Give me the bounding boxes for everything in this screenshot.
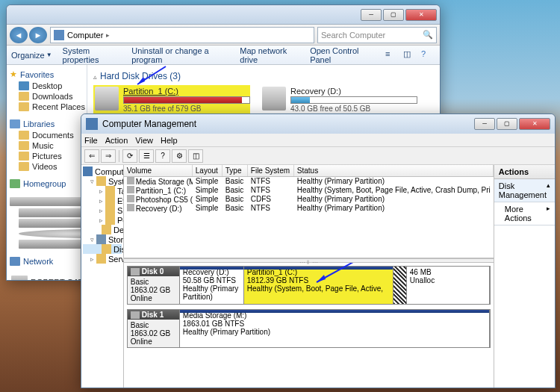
tree-root[interactable]: Computer Management (Local xyxy=(83,167,122,176)
uninstall-button[interactable]: Uninstall or change a program xyxy=(131,46,229,64)
partition-m[interactable]: Media Storage (M:)1863.01 GB NTFSHealthy… xyxy=(180,310,490,347)
nav-documents[interactable]: Documents xyxy=(8,130,85,140)
close-button[interactable]: ✕ xyxy=(405,9,437,21)
partition-hatch[interactable] xyxy=(393,267,407,304)
action-more[interactable]: More Actions▸ xyxy=(494,202,555,225)
disk-info[interactable]: Disk 1 Basic1863.02 GBOnline xyxy=(128,310,180,347)
menu-action[interactable]: Action xyxy=(105,136,128,145)
help-icon[interactable]: ? xyxy=(155,149,170,163)
window-title: Computer Management xyxy=(102,119,473,129)
tree-event-viewer[interactable]: ▹Event Viewer xyxy=(83,196,122,205)
tree-disk-management[interactable]: Disk Management xyxy=(83,244,122,254)
col-status[interactable]: Status xyxy=(294,165,494,176)
maximize-button[interactable]: ▢ xyxy=(383,9,404,21)
network-header[interactable]: Network xyxy=(8,255,85,267)
actions-pane: Actions Disk Management▴ More Actions▸ xyxy=(494,165,555,388)
computer-header[interactable]: Computer xyxy=(8,196,85,208)
extra-icon[interactable]: ◫ xyxy=(188,149,203,163)
volume-row[interactable]: Recovery (D:)SimpleBasicNTFSHealthy (Pri… xyxy=(124,204,494,213)
menu-view[interactable]: View xyxy=(135,136,153,145)
properties-icon[interactable]: ☰ xyxy=(139,149,154,163)
partition-unallocated[interactable]: 46 MBUnalloc xyxy=(407,267,490,304)
minimize-button[interactable]: ─ xyxy=(474,118,495,130)
disk-icon xyxy=(102,244,111,254)
nav-videos[interactable]: Videos xyxy=(8,161,85,172)
tree-task-scheduler[interactable]: ▹Task Scheduler xyxy=(83,186,122,196)
volume-row[interactable]: Media Storage (M:)SimpleBasicNTFSHealthy… xyxy=(124,177,494,186)
disk-icon xyxy=(131,268,140,276)
close-button[interactable]: ✕ xyxy=(519,118,550,130)
tree-shared-folders[interactable]: ▹Shared Folders xyxy=(83,205,122,215)
services-icon xyxy=(96,254,106,264)
drive-freespace: 35.1 GB free of 579 GB xyxy=(123,105,250,113)
tree-storage[interactable]: ▿Storage xyxy=(83,234,122,244)
menu-file[interactable]: File xyxy=(84,136,98,145)
search-input[interactable]: Search Computer 🔍 xyxy=(317,27,437,43)
nav-drive-d[interactable]: Recovery (D:) xyxy=(8,218,85,228)
menu-help[interactable]: Help xyxy=(161,136,178,145)
homegroup-header[interactable]: Homegroup xyxy=(8,178,85,190)
back-button[interactable]: ◄ xyxy=(10,27,28,43)
back-icon[interactable]: ⇐ xyxy=(84,149,99,163)
help-icon[interactable]: ? xyxy=(420,49,435,62)
nav-recent[interactable]: Recent Places xyxy=(8,102,85,112)
map-drive-button[interactable]: Map network drive xyxy=(240,46,299,64)
navigation-pane: ★Favorites Desktop Downloads Recent Plac… xyxy=(7,65,87,280)
col-layout[interactable]: Layout xyxy=(193,165,223,176)
maximize-button[interactable]: ▢ xyxy=(497,118,517,130)
folder-icon xyxy=(105,205,115,215)
volume-row[interactable]: Photoshop CS5 (E:)SimpleBasicCDFSHealthy… xyxy=(124,195,494,204)
col-filesystem[interactable]: File System xyxy=(248,165,294,176)
refresh-icon[interactable]: ⟳ xyxy=(122,149,137,163)
computer-icon xyxy=(10,197,87,206)
drive-icon xyxy=(19,219,87,228)
nav-drive-e[interactable]: DVD RW Drive (E:) Pl xyxy=(8,228,85,239)
col-volume[interactable]: Volume xyxy=(124,165,193,176)
explorer-toolbar: Organize▼ System properties Uninstall or… xyxy=(7,46,440,65)
mgmt-icon xyxy=(83,167,93,176)
nav-desktop[interactable]: Desktop xyxy=(8,81,85,91)
forward-icon[interactable]: ⇒ xyxy=(101,149,116,163)
partition-c[interactable]: Partition_1 (C:)1812.39 GB NTFSHealthy (… xyxy=(244,267,393,304)
address-input[interactable]: Computer ▸ xyxy=(50,27,314,43)
tree-device-manager[interactable]: Device Manager xyxy=(83,225,122,234)
nav-drive-c[interactable]: Partition_1 (C:) xyxy=(8,208,85,218)
mmc-toolbar: ⇐ ⇒ ⟳ ☰ ? ⚙ ◫ xyxy=(81,147,555,165)
clock-icon xyxy=(105,186,115,196)
organize-menu[interactable]: Organize▼ xyxy=(11,51,52,60)
control-panel-button[interactable]: Open Control Panel xyxy=(310,46,374,64)
forward-button[interactable]: ► xyxy=(29,27,47,43)
favorites-header[interactable]: ★Favorites xyxy=(8,68,85,81)
libraries-icon xyxy=(10,119,20,128)
system-properties-button[interactable]: System properties xyxy=(63,46,122,64)
disk-info[interactable]: Disk 0 Basic1863.02 GBOnline xyxy=(128,267,180,304)
tree-systools[interactable]: ▿System Tools xyxy=(83,176,122,186)
partition-recovery[interactable]: Recovery (D:)50.58 GB NTFSHealthy (Prima… xyxy=(180,267,244,304)
nav-downloads[interactable]: Downloads xyxy=(8,91,85,102)
tree-performance[interactable]: ▹Performance xyxy=(83,215,122,225)
nav-pictures[interactable]: Pictures xyxy=(8,151,85,161)
nav-drive-m[interactable]: Media Storage (M:) xyxy=(8,239,85,249)
section-header[interactable]: Hard Disk Drives (3) xyxy=(100,68,181,85)
tree-services[interactable]: ▹Services and Applications xyxy=(83,254,122,264)
minimize-button[interactable]: ─ xyxy=(361,9,382,21)
drive-usage-bar xyxy=(123,96,250,104)
action-disk-management[interactable]: Disk Management▴ xyxy=(494,179,555,202)
preview-pane-icon[interactable]: ◫ xyxy=(402,49,417,62)
settings-icon[interactable]: ⚙ xyxy=(172,149,187,163)
nav-music[interactable]: Music xyxy=(8,140,85,151)
volume-row[interactable]: Partition_1 (C:)SimpleBasicNTFSHealthy (… xyxy=(124,186,494,195)
folder-icon xyxy=(19,162,29,171)
network-icon xyxy=(10,257,20,266)
col-type[interactable]: Type xyxy=(223,165,248,176)
view-options-icon[interactable]: ≡ xyxy=(385,49,399,62)
explorer-titlebar[interactable]: ─ ▢ ✕ xyxy=(7,5,440,25)
libraries-header[interactable]: Libraries xyxy=(8,118,85,130)
drive-item-d[interactable]: Recovery (D:) 43.0 GB free of 50.5 GB xyxy=(261,85,417,114)
drive-item-c[interactable]: Partition_1 (C:) 35.1 GB free of 579 GB xyxy=(93,85,250,114)
mgmt-titlebar[interactable]: Computer Management ─ ▢ ✕ xyxy=(81,114,555,134)
disk-icon xyxy=(131,311,140,319)
disk-row: Disk 1 Basic1863.02 GBOnline Media Stora… xyxy=(127,309,491,348)
nav-network-pc[interactable]: ROBERT-GATEW xyxy=(8,275,85,280)
actions-header: Actions xyxy=(494,165,555,179)
